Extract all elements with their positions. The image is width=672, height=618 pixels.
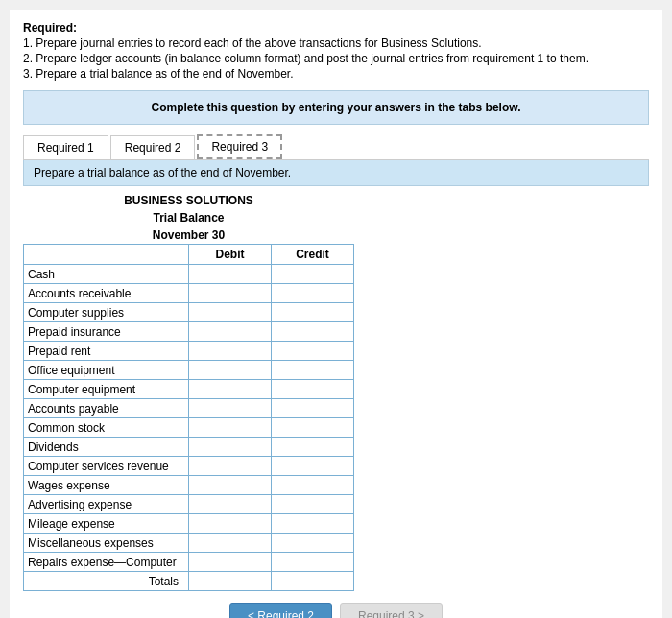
prev-button[interactable]: < Required 2 <box>229 603 332 618</box>
credit-cash[interactable] <box>272 265 354 284</box>
title-row2: Trial Balance <box>24 209 354 226</box>
page-container: Required: 1. Prepare journal entries to … <box>10 10 662 618</box>
bottom-nav: < Required 2 Required 3 > <box>23 603 649 618</box>
table-row: Prepaid rent <box>24 342 354 361</box>
credit-dividends[interactable] <box>272 438 354 457</box>
trial-balance-table: BUSINESS SOLUTIONS Trial Balance Novembe… <box>23 192 354 591</box>
account-mileage: Mileage expense <box>24 514 189 534</box>
debit-prepaid-ins[interactable] <box>189 322 272 342</box>
col-account-header <box>24 245 189 265</box>
debit-cs-revenue[interactable] <box>189 457 272 476</box>
table-row: Prepaid insurance <box>24 322 354 342</box>
table-row: Accounts payable <box>24 399 354 418</box>
debit-cash[interactable] <box>189 265 272 284</box>
credit-repairs[interactable] <box>272 553 354 572</box>
table-row: Office equipment <box>24 361 354 380</box>
account-prepaid-rent: Prepaid rent <box>24 342 189 361</box>
trial-balance-wrapper: BUSINESS SOLUTIONS Trial Balance Novembe… <box>23 192 649 591</box>
instruction-line2: 2. Prepare ledger accounts (in balance c… <box>23 52 649 65</box>
credit-computer-equip[interactable] <box>272 380 354 399</box>
totals-label: Totals <box>24 572 189 591</box>
totals-row: Totals <box>24 572 354 591</box>
credit-prepaid-rent[interactable] <box>272 342 354 361</box>
credit-ar[interactable] <box>272 284 354 303</box>
account-advertising: Advertising expense <box>24 495 189 514</box>
debit-repairs[interactable] <box>189 553 272 572</box>
debit-misc[interactable] <box>189 534 272 553</box>
title-line3: November 30 <box>24 226 354 245</box>
credit-supplies[interactable] <box>272 303 354 322</box>
next-button[interactable]: Required 3 > <box>340 603 443 618</box>
account-repairs: Repairs expense—Computer <box>24 553 189 572</box>
debit-dividends[interactable] <box>189 438 272 457</box>
debit-supplies[interactable] <box>189 303 272 322</box>
instruction-line1: 1. Prepare journal entries to record eac… <box>23 36 649 50</box>
account-wages: Wages expense <box>24 476 189 495</box>
account-office-equip: Office equipment <box>24 361 189 380</box>
credit-common-stock[interactable] <box>272 418 354 438</box>
table-row: Advertising expense <box>24 495 354 514</box>
credit-advertising[interactable] <box>272 495 354 514</box>
title-line2: Trial Balance <box>24 209 354 226</box>
debit-common-stock[interactable] <box>189 418 272 438</box>
tab-required1[interactable]: Required 1 <box>23 135 108 159</box>
tab-required3[interactable]: Required 3 <box>197 134 282 159</box>
instruction-line3: 3. Prepare a trial balance as of the end… <box>23 67 649 81</box>
table-row: Accounts receivable <box>24 284 354 303</box>
account-computer-equip: Computer equipment <box>24 380 189 399</box>
col-credit-header: Credit <box>272 245 354 265</box>
debit-office-equip[interactable] <box>189 361 272 380</box>
account-ar: Accounts receivable <box>24 284 189 303</box>
account-ap: Accounts payable <box>24 399 189 418</box>
table-row: Cash <box>24 265 354 284</box>
account-prepaid-ins: Prepaid insurance <box>24 322 189 342</box>
credit-wages[interactable] <box>272 476 354 495</box>
table-row: Computer supplies <box>24 303 354 322</box>
debit-advertising[interactable] <box>189 495 272 514</box>
table-row: Computer services revenue <box>24 457 354 476</box>
debit-ap[interactable] <box>189 399 272 418</box>
tab-required2[interactable]: Required 2 <box>110 135 196 159</box>
credit-prepaid-ins[interactable] <box>272 322 354 342</box>
tab-content-header-text: Prepare a trial balance as of the end of… <box>34 166 291 179</box>
credit-office-equip[interactable] <box>272 361 354 380</box>
debit-computer-equip[interactable] <box>189 380 272 399</box>
tabs-row: Required 1 Required 2 Required 3 <box>23 134 649 160</box>
title-line1: BUSINESS SOLUTIONS <box>24 192 354 209</box>
table-row: Mileage expense <box>24 514 354 534</box>
account-dividends: Dividends <box>24 438 189 457</box>
credit-mileage[interactable] <box>272 514 354 534</box>
title-row1: BUSINESS SOLUTIONS <box>24 192 354 209</box>
account-cash: Cash <box>24 265 189 284</box>
debit-wages[interactable] <box>189 476 272 495</box>
debit-ar[interactable] <box>189 284 272 303</box>
table-row: Miscellaneous expenses <box>24 534 354 553</box>
account-common-stock: Common stock <box>24 418 189 438</box>
totals-debit[interactable] <box>189 572 272 591</box>
required-label: Required: <box>23 21 77 35</box>
credit-cs-revenue[interactable] <box>272 457 354 476</box>
title-row3: November 30 <box>24 226 354 245</box>
tab-content-header: Prepare a trial balance as of the end of… <box>23 160 649 186</box>
table-row: Repairs expense—Computer <box>24 553 354 572</box>
table-row: Dividends <box>24 438 354 457</box>
debit-prepaid-rent[interactable] <box>189 342 272 361</box>
credit-ap[interactable] <box>272 399 354 418</box>
account-misc: Miscellaneous expenses <box>24 534 189 553</box>
table-row: Computer equipment <box>24 380 354 399</box>
debit-mileage[interactable] <box>189 514 272 534</box>
table-row: Common stock <box>24 418 354 438</box>
col-debit-header: Debit <box>189 245 272 265</box>
totals-credit[interactable] <box>272 572 354 591</box>
col-header-row: Debit Credit <box>24 245 354 265</box>
account-cs-revenue: Computer services revenue <box>24 457 189 476</box>
instruction-text: Complete this question by entering your … <box>152 101 521 114</box>
required-header: Required: 1. Prepare journal entries to … <box>23 21 649 81</box>
instruction-box: Complete this question by entering your … <box>23 90 649 125</box>
table-row: Wages expense <box>24 476 354 495</box>
credit-misc[interactable] <box>272 534 354 553</box>
account-supplies: Computer supplies <box>24 303 189 322</box>
